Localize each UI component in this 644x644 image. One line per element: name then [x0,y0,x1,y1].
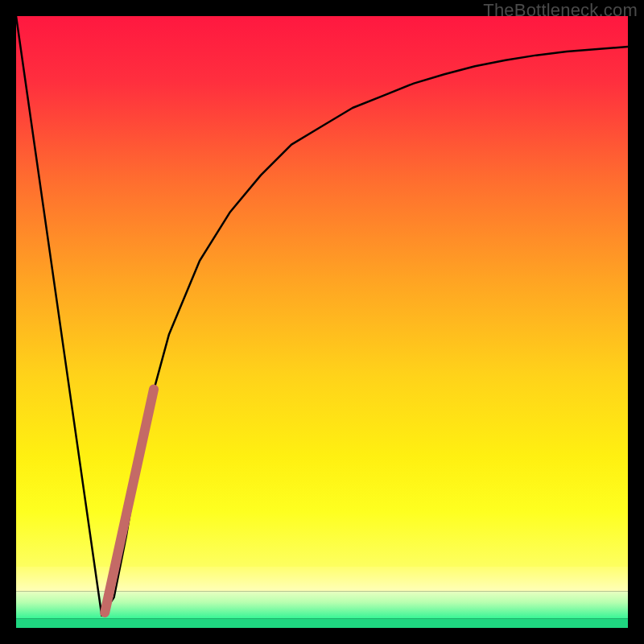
watermark-text: TheBottleneck.com [483,0,638,21]
svg-rect-3 [16,619,628,628]
background-bands [16,16,628,628]
chart-frame: TheBottleneck.com [0,0,644,644]
plot-area [16,16,628,628]
svg-rect-0 [16,16,628,567]
chart-svg [16,16,628,628]
